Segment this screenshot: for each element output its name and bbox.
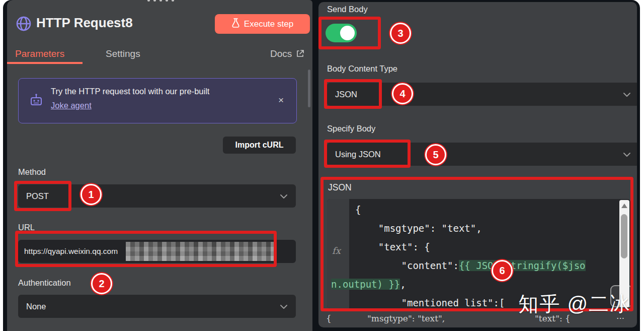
tab-settings[interactable]: Settings [106,48,140,59]
drag-handle-dot[interactable] [166,0,168,2]
tab-parameters[interactable]: Parameters [15,48,64,59]
url-input[interactable]: https://qyapi.weixin.qq.com [18,240,296,263]
chevron-down-icon [280,191,288,201]
send-body-label: Send Body [327,5,368,14]
url-value: https://qyapi.weixin.qq.com [24,247,118,256]
expression-highlight: n.output) }} [331,279,400,290]
watermark: 知乎 @二冰 [518,290,631,318]
drag-handle-dot[interactable] [153,0,156,2]
body-content-type-select[interactable]: JSON [327,83,637,106]
editor-scrollbar-thumb[interactable] [621,214,627,258]
code-line: n.output) }}, [331,279,406,290]
fx-expression-icon: fx [332,245,341,256]
globe-icon [15,15,32,34]
node-title: HTTP Request8 [36,15,133,31]
robot-icon [29,93,44,110]
method-select[interactable]: POST [18,184,296,208]
external-link-icon[interactable] [296,49,304,60]
authentication-value: None [26,302,46,311]
joke-agent-link[interactable]: Joke agent [51,101,92,110]
node-settings-panel: HTTP Request8 Execute step Parameters Se… [7,0,312,331]
code-line: "text": { [355,241,430,252]
code-line: "mentioned_list":[ [355,297,505,308]
specify-body-select[interactable]: Using JSON [327,143,637,166]
chevron-down-icon [623,90,631,99]
toggle-knob [340,26,355,40]
url-label: URL [18,223,35,232]
import-curl-button[interactable]: Import cURL [223,137,296,154]
drag-handle-dot[interactable] [147,0,150,2]
active-tab-underline [7,62,83,64]
import-curl-label: Import cURL [235,141,284,150]
code-line: "msgtype": "text", [355,223,482,234]
json-field-label: JSON [328,182,352,193]
panel-scrollbar-thumb[interactable] [308,70,310,107]
drag-handle-dot[interactable] [172,0,174,2]
chevron-down-icon [623,150,631,159]
code-line: { [355,204,361,215]
promo-banner: Try the HTTP request tool with our pre-b… [18,78,297,123]
close-icon[interactable]: × [278,95,284,106]
scroll-up-arrow-icon[interactable] [621,204,627,208]
method-value: POST [26,191,49,201]
editor-gutter: fx [327,199,349,308]
flask-icon [231,18,240,30]
body-settings-panel: Send Body Body Content Type JSON Specify… [318,2,637,327]
send-body-toggle[interactable] [326,24,357,42]
execute-step-label: Execute step [244,19,293,29]
redacted-url-blur [126,242,275,261]
banner-text: Try the HTTP request tool with our pre-b… [51,87,209,96]
preview-msgtype: "msgtype": "text", [367,313,445,323]
specify-body-value: Using JSON [335,150,381,159]
tab-docs[interactable]: Docs [270,48,292,59]
authentication-select[interactable]: None [18,295,296,318]
authentication-label: Authentication [18,278,71,288]
preview-brace: { [326,313,332,323]
method-label: Method [18,167,46,177]
body-content-type-label: Body Content Type [327,64,397,74]
body-content-type-value: JSON [335,90,357,99]
expression-highlight: {{ JSON.stringify($jso [459,260,586,271]
code-line: "content":{{ JSON.stringify($jso [355,260,586,271]
execute-step-button[interactable]: Execute step [215,14,310,34]
drag-handle-dot[interactable] [159,0,162,2]
specify-body-label: Specify Body [327,124,375,134]
chevron-down-icon [280,302,288,311]
